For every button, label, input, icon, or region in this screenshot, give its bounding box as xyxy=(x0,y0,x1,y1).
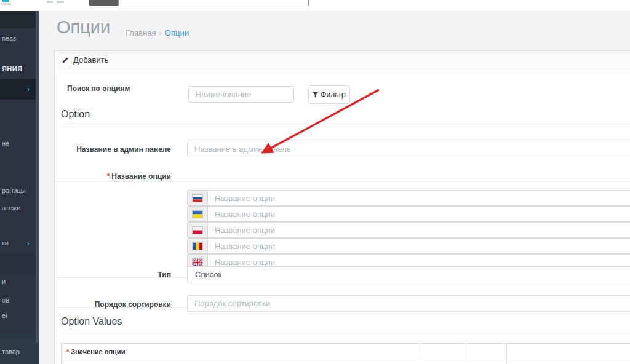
topbar-text-fragment xyxy=(47,1,53,3)
sidebar-navigation: ness ЯНИЯ › не раницы атежи ки › и ов el… xyxy=(0,11,39,364)
type-label: Тип xyxy=(60,271,171,279)
table-header-cell xyxy=(507,343,630,360)
required-asterisk: * xyxy=(107,172,110,181)
admin-name-label: Название в админ панеле xyxy=(60,145,171,154)
sidebar-item[interactable]: не xyxy=(2,140,9,147)
option-values-table: *Значение опции xyxy=(61,343,630,364)
table-cell xyxy=(61,360,507,364)
sidebar-item[interactable]: и xyxy=(2,278,6,285)
chevron-right-icon: › xyxy=(27,85,30,93)
breadcrumb-current-link[interactable]: Опции xyxy=(165,28,189,38)
option-section-heading: Option xyxy=(61,109,630,127)
sidebar-section-divider xyxy=(0,253,39,274)
sidebar-item[interactable]: атежи xyxy=(2,204,20,212)
breadcrumb: Главная›Опции xyxy=(126,28,189,38)
table-header-option-value: *Значение опции xyxy=(61,343,423,360)
breadcrumb-home-link[interactable]: Главная xyxy=(126,28,156,38)
sidebar-item[interactable]: раницы xyxy=(2,187,26,194)
sort-order-input[interactable] xyxy=(187,295,630,312)
option-name-input-russian[interactable] xyxy=(207,190,630,206)
panel-header: Добавить xyxy=(55,51,630,69)
flag-romania-icon xyxy=(187,238,208,254)
filter-funnel-icon xyxy=(313,92,318,98)
search-options-label: Поиск по опциям xyxy=(67,84,130,93)
sidebar-item[interactable]: ов xyxy=(2,296,9,304)
option-name-row-romanian xyxy=(187,238,630,254)
table-row xyxy=(61,360,630,364)
option-values-section-heading: Option Values xyxy=(61,316,630,334)
type-select[interactable]: Список xyxy=(187,266,630,283)
sort-order-label: Порядок сортировки xyxy=(60,300,171,309)
sidebar-item[interactable]: ness xyxy=(2,34,16,42)
table-header-row: *Значение опции xyxy=(61,343,630,360)
sidebar-item[interactable]: ки xyxy=(2,239,9,247)
breadcrumb-separator: › xyxy=(159,28,161,38)
sidebar-scrollbar[interactable] xyxy=(36,11,39,343)
topbar-search-input[interactable] xyxy=(118,0,309,6)
flag-russia-icon xyxy=(187,190,208,206)
sidebar-item[interactable]: ЯНИЯ xyxy=(2,65,22,73)
table-header-cell xyxy=(463,343,507,360)
flag-ukraine-icon xyxy=(187,206,208,222)
sidebar-section-divider xyxy=(0,11,39,28)
required-asterisk: * xyxy=(66,348,69,355)
page-title: Опции xyxy=(57,17,110,38)
panel-header-label: Добавить xyxy=(73,55,108,65)
option-name-row-ukrainian xyxy=(187,206,630,222)
table-cell xyxy=(507,360,630,364)
topbar: oping xyxy=(0,0,630,11)
filter-button-label: Фильтр xyxy=(321,90,345,99)
option-name-input-polish[interactable] xyxy=(207,222,630,238)
sidebar-item[interactable]: товар xyxy=(2,348,20,355)
sidebar-item[interactable]: el xyxy=(2,312,7,319)
option-name-row-russian xyxy=(187,190,630,206)
option-name-input-ukrainian[interactable] xyxy=(207,206,630,222)
chevron-right-icon: › xyxy=(27,239,30,248)
option-name-row-polish xyxy=(187,222,630,238)
option-name-input-romanian[interactable] xyxy=(207,238,630,254)
flag-poland-icon xyxy=(187,222,208,238)
topbar-dark-button[interactable] xyxy=(89,0,118,6)
main-content: Опции Главная›Опции Добавить Поиск по оп… xyxy=(39,11,630,364)
panel-body: Поиск по опциям Фильтр Option Название в… xyxy=(55,69,630,364)
options-panel: Добавить Поиск по опциям Фильтр Option Н… xyxy=(54,50,630,364)
sidebar-item-active[interactable] xyxy=(0,79,39,100)
pencil-icon xyxy=(62,57,69,63)
search-options-input[interactable] xyxy=(188,86,294,103)
table-header-cell xyxy=(423,343,463,360)
app-logo-text: oping xyxy=(1,2,11,6)
option-name-label: *Название опции xyxy=(60,172,171,181)
admin-name-input[interactable] xyxy=(187,141,630,157)
filter-button[interactable]: Фильтр xyxy=(308,85,350,104)
row-divider xyxy=(55,181,630,182)
topbar-text-fragment xyxy=(57,1,64,3)
